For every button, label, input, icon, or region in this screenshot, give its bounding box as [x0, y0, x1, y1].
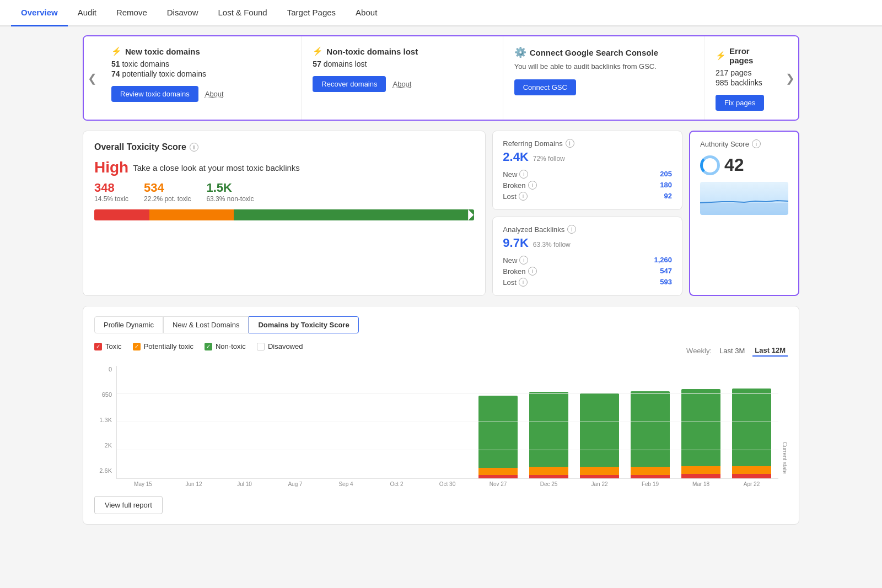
legend-disavowed-check[interactable]: [257, 343, 265, 350]
notif-card-error-actions: Fix pages: [716, 95, 771, 111]
analyzed-backlinks-value: 9.7K: [503, 236, 528, 250]
lightning-icon-3: ⚡: [716, 51, 726, 61]
authority-score-info-icon[interactable]: i: [752, 139, 761, 148]
backlinks-broken-row: Broken i 547: [503, 266, 672, 277]
x-label: Sep 4: [321, 481, 370, 487]
notif-card-lost: ⚡ Non-toxic domains lost 57 domains lost…: [302, 36, 503, 120]
bar-segment-orange: [732, 466, 771, 474]
x-label: Oct 2: [372, 481, 421, 487]
bar-segment-orange: [580, 467, 619, 474]
bar-segment-green: [732, 389, 771, 466]
referring-domains-sub: 72% follow: [533, 155, 565, 163]
bar-segment-orange: [631, 467, 670, 474]
time-3m-button[interactable]: Last 3M: [717, 346, 747, 356]
chart-time-label: Weekly:: [686, 347, 712, 355]
x-label: Jan 22: [575, 481, 624, 487]
bl-lost-info-icon[interactable]: i: [519, 278, 528, 287]
x-label: Mar 18: [676, 481, 725, 487]
lightning-icon: ⚡: [111, 46, 122, 56]
bar-group: [626, 366, 675, 478]
bar-segment-green: [631, 391, 670, 467]
view-full-report-button[interactable]: View full report: [94, 496, 163, 514]
notif-prev-button[interactable]: ❮: [84, 36, 100, 120]
toxicity-desc: Take a close look at your most toxic bac…: [133, 163, 300, 172]
analyzed-backlinks-panel: Analyzed Backlinks i 9.7K 63.3% follow N…: [492, 217, 682, 296]
bar-group: [119, 366, 168, 478]
nav-audit[interactable]: Audit: [68, 0, 106, 26]
referring-new-row: New i 205: [503, 169, 672, 180]
current-state-label: Current state: [778, 442, 788, 487]
notif-stat-error-backlinks: 985 backlinks: [716, 78, 771, 87]
broken-info-icon[interactable]: i: [528, 181, 537, 190]
nav-disavow[interactable]: Disavow: [157, 0, 208, 26]
time-12m-button[interactable]: Last 12M: [752, 345, 788, 357]
notif-card-gsc-actions: Connect GSC: [514, 79, 693, 95]
recover-domains-button[interactable]: Recover domains: [313, 76, 386, 92]
notif-card-error: ⚡ Error pages 217 pages 985 backlinks Fi…: [704, 36, 782, 120]
legend-nontoxic-check[interactable]: ✓: [205, 343, 212, 350]
grid-line-2: [117, 422, 778, 422]
new-info-icon[interactable]: i: [519, 170, 528, 179]
bar-segment-green: [529, 392, 568, 467]
main-nav: Overview Audit Remove Disavow Lost & Fou…: [0, 0, 882, 26]
notif-next-button[interactable]: ❯: [782, 36, 798, 120]
toxicity-panel: Overall Toxicity Score i High Take a clo…: [83, 131, 486, 296]
tab-profile-dynamic[interactable]: Profile Dynamic: [94, 316, 163, 333]
review-toxic-domains-button[interactable]: Review toxic domains: [111, 86, 198, 102]
bar-segment-red: [732, 474, 771, 478]
lost-about-link[interactable]: About: [392, 80, 411, 88]
authority-circle-icon: [700, 155, 720, 175]
bar-segment-orange: [149, 209, 234, 220]
bar-segment-red: [94, 209, 149, 220]
analyzed-backlinks-info-icon[interactable]: i: [567, 225, 576, 234]
bl-broken-info-icon[interactable]: i: [528, 267, 537, 276]
toxicity-info-icon[interactable]: i: [190, 143, 198, 152]
tab-domains-by-toxicity[interactable]: Domains by Toxicity Score: [249, 316, 358, 333]
fix-pages-button[interactable]: Fix pages: [716, 95, 764, 111]
connect-gsc-button[interactable]: Connect GSC: [514, 79, 576, 95]
nav-about[interactable]: About: [346, 0, 387, 26]
bars-container: [116, 366, 778, 479]
authority-chart: [700, 182, 788, 215]
nav-overview[interactable]: Overview: [11, 0, 68, 26]
chart-tabs: Profile Dynamic New & Lost Domains Domai…: [94, 316, 788, 333]
bl-new-info-icon[interactable]: i: [519, 256, 528, 265]
chart-section: Profile Dynamic New & Lost Domains Domai…: [83, 306, 799, 525]
bar-segment-orange: [529, 467, 568, 474]
bar-group: [676, 366, 725, 478]
analyzed-backlinks-sub: 63.3% follow: [533, 241, 571, 249]
bar-group: [524, 366, 573, 478]
nav-lost-found[interactable]: Lost & Found: [208, 0, 277, 26]
bar-group: [727, 366, 776, 478]
stats-col: Referring Domains i 2.4K 72% follow New …: [492, 131, 682, 296]
backlinks-new-row: New i 1,260: [503, 255, 672, 266]
legend-potentially-toxic-check[interactable]: ✓: [133, 343, 141, 350]
notif-card-gsc: ⚙️ Connect Google Search Console You wil…: [503, 36, 704, 120]
referring-domains-rows: New i 205 Broken i 180 Lost i 92: [503, 169, 672, 202]
grid-line-3: [117, 393, 778, 394]
bar-segment-green: [478, 396, 518, 468]
authority-score-panel: Authority Score i 42: [689, 131, 799, 296]
toxicity-panel-title: Overall Toxicity Score i: [94, 142, 474, 152]
toxic-about-link[interactable]: About: [205, 90, 224, 98]
tab-new-lost-domains[interactable]: New & Lost Domains: [163, 316, 249, 333]
x-label: Dec 25: [524, 481, 573, 487]
authority-chart-svg: [700, 182, 788, 215]
bar-segment-red: [580, 475, 619, 478]
nav-target-pages[interactable]: Target Pages: [277, 0, 346, 26]
legend-toxic-check[interactable]: ✓: [94, 343, 102, 350]
bar-group: [271, 366, 320, 478]
lost-info-icon[interactable]: i: [519, 192, 528, 201]
notif-stat-toxic: 51 toxic domains: [111, 60, 290, 68]
lightning-icon-2: ⚡: [313, 46, 323, 56]
referring-lost-row: Lost i 92: [503, 191, 672, 202]
authority-score-value: 42: [724, 155, 744, 175]
toxicity-level-row: High Take a close look at your most toxi…: [94, 159, 474, 176]
nav-remove[interactable]: Remove: [106, 0, 157, 26]
y-axis: 2.6K 2K 1.3K 650 0: [94, 366, 116, 487]
notif-stat-potentially-toxic: 74 potentially toxic domains: [111, 69, 290, 78]
bar-segment-green: [681, 389, 720, 466]
referring-domains-info-icon[interactable]: i: [566, 139, 574, 148]
bar-segment-green: [234, 209, 474, 220]
x-label: Apr 22: [727, 481, 776, 487]
